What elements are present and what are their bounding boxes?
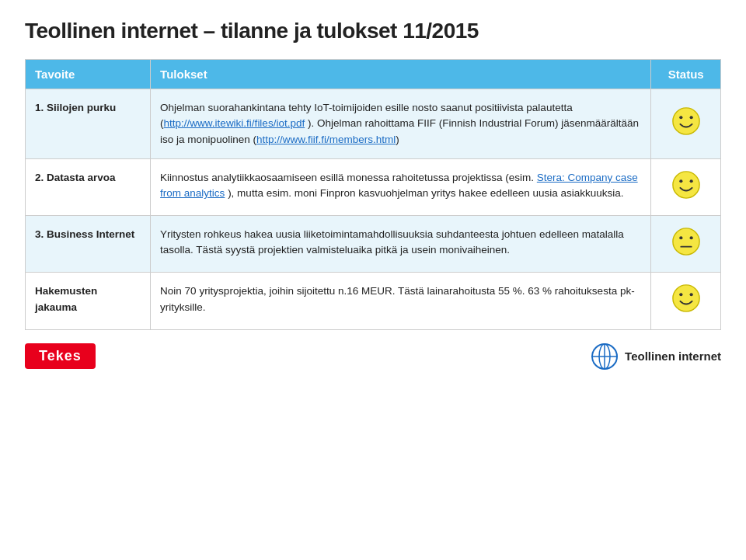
table-row: 3. Business InternetYritysten rohkeus ha… bbox=[26, 216, 721, 273]
svg-point-8 bbox=[689, 236, 692, 239]
header-tulokset: Tulokset bbox=[151, 60, 651, 89]
tavoite-cell: 3. Business Internet bbox=[26, 216, 151, 273]
tavoite-cell: Hakemusten jakauma bbox=[26, 273, 151, 329]
header-status: Status bbox=[651, 60, 721, 89]
page-title: Teollinen internet – tilanne ja tulokset… bbox=[25, 19, 721, 43]
happy-smiley-icon bbox=[671, 170, 701, 200]
svg-point-11 bbox=[679, 293, 682, 296]
svg-point-10 bbox=[673, 285, 699, 311]
svg-point-1 bbox=[679, 116, 682, 119]
table-row: Hakemusten jakaumaNoin 70 yritysprojekti… bbox=[26, 273, 721, 329]
tulokset-cell: Noin 70 yritysprojektia, joihin sijoitet… bbox=[151, 273, 651, 329]
footer: Tekes Teollinen internet bbox=[25, 343, 721, 370]
status-cell bbox=[651, 216, 721, 273]
happy-smiley-icon bbox=[671, 283, 701, 313]
happy-smiley-icon bbox=[671, 106, 701, 136]
table-row: 1. Siilojen purkuOhjelman suorahankintan… bbox=[26, 89, 721, 159]
svg-point-2 bbox=[689, 116, 692, 119]
tekes-logo: Tekes bbox=[25, 343, 96, 369]
tavoite-cell: 1. Siilojen purku bbox=[26, 89, 151, 159]
main-table: Tavoite Tulokset Status 1. Siilojen purk… bbox=[25, 59, 721, 330]
tulokset-text: Kiinnostus analytiikkaosaamiseen esillä … bbox=[160, 172, 537, 183]
teollinen-internet-icon bbox=[591, 343, 619, 370]
tulokset-link[interactable]: http://www.fiif.fi/members.html bbox=[256, 134, 396, 145]
tulokset-cell: Ohjelman suorahankintana tehty IoT-toimi… bbox=[151, 89, 651, 159]
tulokset-text: Yritysten rohkeus hakea uusia liiketoimi… bbox=[160, 228, 624, 256]
svg-point-3 bbox=[673, 172, 699, 198]
tulokset-text: Noin 70 yritysprojektia, joihin sijoitet… bbox=[160, 285, 635, 312]
svg-point-7 bbox=[679, 236, 682, 239]
svg-point-12 bbox=[689, 293, 692, 296]
tulokset-cell: Kiinnostus analytiikkaosaamiseen esillä … bbox=[151, 158, 651, 215]
svg-point-0 bbox=[673, 108, 699, 134]
status-cell bbox=[651, 158, 721, 215]
header-tavoite: Tavoite bbox=[26, 60, 151, 89]
svg-point-6 bbox=[673, 228, 699, 255]
tavoite-cell: 2. Datasta arvoa bbox=[26, 158, 151, 215]
neutral-smiley-icon bbox=[671, 227, 701, 256]
tulokset-cell: Yritysten rohkeus hakea uusia liiketoimi… bbox=[151, 216, 651, 273]
svg-point-5 bbox=[689, 179, 692, 183]
tulokset-link[interactable]: http://www.itewiki.fi/files/iot.pdf bbox=[164, 117, 305, 129]
status-cell bbox=[651, 89, 721, 159]
svg-point-4 bbox=[679, 179, 682, 183]
table-row: 2. Datasta arvoaKiinnostus analytiikkaos… bbox=[26, 158, 721, 215]
teollinen-logo: Teollinen internet bbox=[591, 343, 721, 370]
tulokset-text: ) bbox=[396, 134, 399, 145]
tulokset-text: ), mutta esim. moni Finpron kasvuohjelma… bbox=[225, 187, 623, 199]
status-cell bbox=[651, 273, 721, 329]
